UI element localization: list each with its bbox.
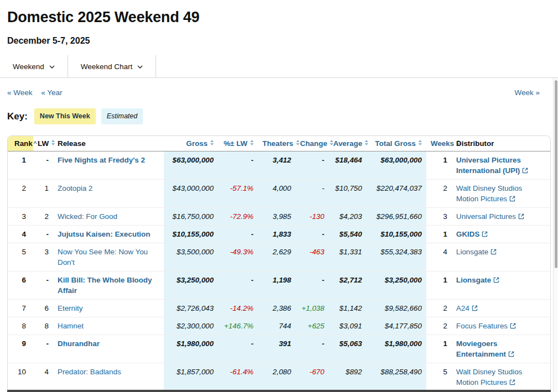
average-cell: $5,063 [329, 334, 366, 363]
gross-cell: $43,000,000 [164, 179, 218, 207]
chevron-down-icon [137, 65, 143, 69]
release-cell: Predator: Badlands [53, 363, 164, 391]
release-link[interactable]: Kill Bill: The Whole Bloody Affair [58, 276, 152, 295]
gross-cell: $1,980,000 [164, 334, 218, 363]
weeks-cell: 2 [426, 299, 452, 317]
weeks-cell: 4 [426, 243, 452, 271]
average-cell: $1,331 [329, 243, 366, 271]
lw-cell: - [33, 151, 53, 179]
release-cell: Hamnet [53, 317, 164, 334]
release-link[interactable]: Hamnet [58, 322, 84, 330]
weekend-chart-dropdown[interactable]: Weekend Chart [68, 55, 157, 77]
distributor-link[interactable]: Lionsgate [456, 248, 497, 256]
distributor-cell: Moviegoers Entertainment [452, 334, 550, 363]
release-link[interactable]: Wicked: For Good [58, 212, 117, 221]
distributor-cell: A24 [452, 299, 550, 317]
prev-week-link[interactable]: « Week [7, 88, 33, 97]
weekend-dropdown[interactable]: Weekend [0, 55, 68, 77]
weeks-cell: 2 [426, 179, 452, 207]
table-row: 76Eternity$2,726,043-14.2%2,386+1,038$1,… [8, 299, 550, 317]
change-cell: -463 [296, 243, 329, 271]
key-label: Key: [7, 111, 28, 122]
average-cell: $3,091 [329, 317, 366, 334]
release-link[interactable]: Zootopia 2 [58, 184, 92, 192]
col-header-distributor[interactable]: Distributor [452, 136, 550, 151]
weekend-dropdown-label: Weekend [13, 62, 44, 71]
distributor-link[interactable]: Lionsgate [456, 276, 499, 284]
distributor-cell: Lionsgate [452, 271, 550, 299]
pct-lw-cell: - [218, 271, 258, 299]
col-header-rank[interactable]: Rank^ [8, 136, 33, 151]
lw-cell: 2 [33, 207, 53, 225]
release-link[interactable]: Dhurandhar [58, 339, 100, 348]
theaters-cell: 2,386 [258, 299, 296, 317]
total-gross-cell: $63,000,000 [366, 151, 426, 179]
col-header-theaters[interactable]: Theaters [258, 136, 296, 151]
pct-lw-cell: - [218, 334, 258, 363]
distributor-cell: Universal Pictures International (UPI) [452, 151, 550, 179]
gross-cell: $16,750,000 [164, 207, 218, 225]
col-header-total-gross[interactable]: Total Gross [366, 136, 426, 151]
distributor-cell: Walt Disney Studios Motion Pictures [452, 363, 550, 391]
chevron-down-icon [49, 65, 55, 69]
change-cell: - [296, 334, 329, 363]
distributor-link[interactable]: Walt Disney Studios Motion Pictures [456, 184, 522, 203]
weeks-cell: 3 [426, 207, 452, 225]
distributor-link[interactable]: Universal Pictures [456, 212, 524, 221]
col-header-average[interactable]: Average [329, 136, 366, 151]
external-link-icon [508, 351, 514, 357]
table-body: 1-Five Nights at Freddy's 2$63,000,000-3… [8, 151, 550, 391]
pct-lw-cell: -57.1% [218, 179, 258, 207]
col-header-release[interactable]: Release [53, 136, 164, 151]
sort-icon [250, 140, 254, 146]
distributor-link[interactable]: Moviegoers Entertainment [456, 339, 514, 358]
average-cell: $4,203 [329, 207, 366, 225]
theaters-cell: 3,412 [258, 151, 296, 179]
change-cell: - [296, 179, 329, 207]
col-header-gross[interactable]: Gross [164, 136, 218, 151]
table-row: 1-Five Nights at Freddy's 2$63,000,000-3… [8, 151, 550, 179]
pct-lw-cell: -61.4% [218, 363, 258, 391]
distributor-link[interactable]: Universal Pictures International (UPI) [456, 156, 528, 175]
distributor-link[interactable]: Focus Features [456, 322, 516, 330]
distributor-link[interactable]: GKIDS [456, 230, 488, 238]
table-row: 32Wicked: For Good$16,750,000-72.9%3,985… [8, 207, 550, 225]
next-week-link[interactable]: Week » [514, 88, 540, 97]
release-cell: Eternity [53, 299, 164, 317]
theaters-cell: 2,629 [258, 243, 296, 271]
prev-year-link[interactable]: « Year [41, 88, 62, 97]
release-link[interactable]: Jujutsu Kaisen: Execution [58, 230, 150, 238]
total-gross-cell: $55,324,383 [366, 243, 426, 271]
rank-cell: 6 [8, 271, 33, 299]
release-link[interactable]: Five Nights at Freddy's 2 [58, 156, 145, 164]
col-header-change[interactable]: Change [296, 136, 329, 151]
page-title: Domestic 2025 Weekend 49 [7, 9, 551, 26]
weeks-cell: 1 [426, 271, 452, 299]
distributor-cell: Walt Disney Studios Motion Pictures [452, 179, 550, 207]
box-office-table: Rank^ LW Release Gross %± LW Theaters Ch… [7, 135, 551, 391]
sort-icon [418, 140, 422, 146]
view-tabbar: Weekend Weekend Chart [0, 55, 558, 78]
release-link[interactable]: Predator: Badlands [58, 368, 121, 376]
table-row: 104Predator: Badlands$1,857,000-61.4%2,0… [8, 363, 550, 391]
scrollbar-thumb[interactable] [555, 80, 557, 268]
distributor-cell: Universal Pictures [452, 207, 550, 225]
theaters-cell: 4,000 [258, 179, 296, 207]
weeks-cell: 5 [426, 363, 452, 391]
total-gross-cell: $3,250,000 [366, 271, 426, 299]
table-row: 21Zootopia 2$43,000,000-57.1%4,000-$10,7… [8, 179, 550, 207]
weeks-cell: 1 [426, 225, 452, 243]
vertical-scrollbar[interactable] [553, 78, 558, 392]
pct-lw-cell: -72.9% [218, 207, 258, 225]
average-cell: $2,712 [329, 271, 366, 299]
total-gross-cell: $1,980,000 [366, 334, 426, 363]
release-link[interactable]: Eternity [58, 304, 82, 312]
distributor-link[interactable]: Walt Disney Studios Motion Pictures [456, 368, 522, 386]
col-header-pct-lw[interactable]: %± LW [218, 136, 258, 151]
sort-icon [365, 140, 368, 146]
rank-cell: 1 [8, 151, 33, 179]
distributor-link[interactable]: A24 [456, 304, 478, 312]
release-link[interactable]: Now You See Me: Now You Don't [58, 248, 148, 266]
rank-cell: 2 [8, 179, 33, 207]
col-header-weeks[interactable]: Weeks [426, 136, 452, 151]
